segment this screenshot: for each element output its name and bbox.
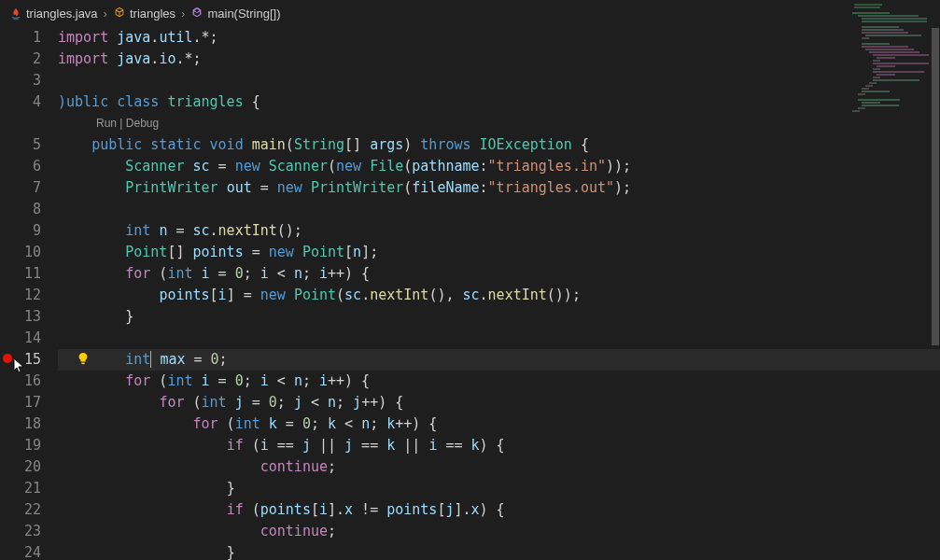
code-line[interactable] xyxy=(58,199,940,220)
code-line[interactable]: points[i] = new Point(sc.nextInt(), sc.n… xyxy=(58,285,940,306)
code-line[interactable]: } xyxy=(58,306,940,328)
breadcrumb: triangles.java › triangles › main(String… xyxy=(0,0,940,27)
class-icon xyxy=(113,6,126,21)
line-number[interactable]: 23 xyxy=(0,521,41,542)
line-number[interactable]: 14 xyxy=(0,328,41,349)
code-content[interactable]: import java.util.*;import java.io.*;)ubl… xyxy=(58,27,940,560)
code-line[interactable]: PrintWriter out = new PrintWriter(fileNa… xyxy=(58,177,940,199)
codelens-run[interactable]: Run xyxy=(96,117,117,130)
code-line[interactable]: for (int k = 0; k < n; k++) { xyxy=(58,413,940,435)
lightbulb-icon[interactable] xyxy=(77,352,90,365)
breadcrumb-separator: › xyxy=(181,7,185,21)
code-line[interactable]: continue; xyxy=(58,521,940,542)
breadcrumb-method-label: main(String[]) xyxy=(207,7,280,21)
line-number[interactable]: 5 xyxy=(0,134,41,156)
line-number[interactable]: 21 xyxy=(0,478,41,499)
code-line[interactable]: } xyxy=(58,478,940,499)
code-line[interactable]: )ublic class triangles { xyxy=(58,91,940,113)
line-number[interactable]: 9 xyxy=(0,220,41,242)
code-line[interactable]: int n = sc.nextInt(); xyxy=(58,220,940,242)
breadcrumb-file-label: triangles.java xyxy=(26,7,98,21)
code-line[interactable]: import java.io.*; xyxy=(58,49,940,70)
codelens: Run | Debug xyxy=(58,113,940,134)
line-number[interactable]: 22 xyxy=(0,499,41,521)
code-line[interactable]: continue; xyxy=(58,456,940,478)
line-number[interactable]: 2 xyxy=(0,49,41,70)
line-number[interactable]: 13 xyxy=(0,306,41,328)
code-line[interactable]: Point[] points = new Point[n]; xyxy=(58,242,940,263)
code-line[interactable]: for (int i = 0; i < n; i++) { xyxy=(58,263,940,285)
editor[interactable]: 123456789101112131415161718192021222324 … xyxy=(0,27,940,560)
code-line[interactable] xyxy=(58,70,940,91)
scrollbar-thumb[interactable] xyxy=(932,28,939,345)
breadcrumb-separator: › xyxy=(104,7,107,21)
breakpoint-indicator[interactable] xyxy=(3,354,12,363)
code-line[interactable] xyxy=(58,328,940,349)
line-number[interactable]: 19 xyxy=(0,435,41,456)
line-number[interactable]: 10 xyxy=(0,242,41,263)
line-number[interactable]: 16 xyxy=(0,371,41,392)
line-number[interactable]: 17 xyxy=(0,392,41,413)
line-number[interactable]: 24 xyxy=(0,542,41,560)
code-line[interactable]: public static void main(String[] args) t… xyxy=(58,134,940,156)
line-number[interactable]: 4 xyxy=(0,91,41,113)
line-number[interactable]: 6 xyxy=(0,156,41,177)
vertical-scrollbar[interactable] xyxy=(931,0,940,560)
code-line[interactable]: for (int i = 0; i < n; i++) { xyxy=(58,371,940,392)
breadcrumb-method[interactable]: main(String[]) xyxy=(190,6,280,21)
breadcrumb-class[interactable]: triangles xyxy=(113,6,175,21)
method-icon xyxy=(190,6,203,21)
line-number[interactable]: 7 xyxy=(0,177,41,199)
java-file-icon xyxy=(9,7,22,21)
line-number[interactable]: 12 xyxy=(0,285,41,306)
code-line[interactable]: for (int j = 0; j < n; j++) { xyxy=(58,392,940,413)
line-number[interactable]: 11 xyxy=(0,263,41,285)
line-number[interactable]: 20 xyxy=(0,456,41,478)
code-line[interactable]: import java.util.*; xyxy=(58,27,940,49)
line-number[interactable]: 8 xyxy=(0,199,41,220)
code-line[interactable]: int max = 0; xyxy=(58,349,940,371)
code-line[interactable]: if (i == j || j == k || i == k) { xyxy=(58,435,940,456)
line-number[interactable]: 1 xyxy=(0,27,41,49)
breadcrumb-file[interactable]: triangles.java xyxy=(9,7,98,21)
line-number-gutter[interactable]: 123456789101112131415161718192021222324 xyxy=(0,27,58,560)
codelens-debug[interactable]: Debug xyxy=(126,117,159,130)
code-line[interactable]: } xyxy=(58,542,940,560)
breadcrumb-class-label: triangles xyxy=(130,7,175,21)
line-number[interactable]: 3 xyxy=(0,70,41,91)
code-line[interactable]: if (points[i].x != points[j].x) { xyxy=(58,499,940,521)
line-number[interactable]: 18 xyxy=(0,413,41,435)
code-line[interactable]: Scanner sc = new Scanner(new File(pathna… xyxy=(58,156,940,177)
